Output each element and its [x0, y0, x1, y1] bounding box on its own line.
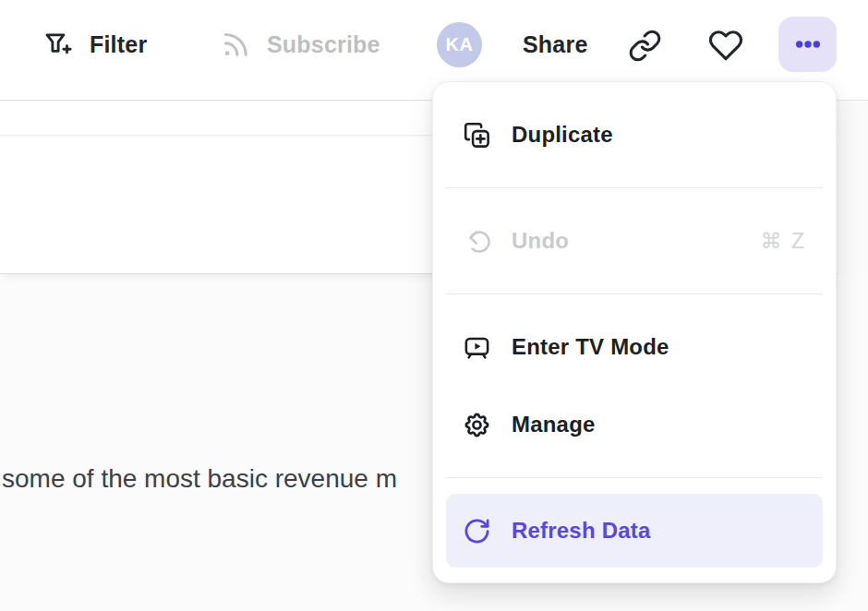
copy-link-button[interactable]	[626, 27, 663, 64]
menu-item-undo[interactable]: Undo ⌘ Z	[446, 214, 823, 268]
favorite-button[interactable]	[707, 27, 744, 64]
subscribe-button[interactable]: Subscribe	[220, 21, 380, 67]
refresh-icon	[463, 517, 491, 545]
menu-item-label: Enter TV Mode	[512, 334, 669, 360]
filter-button[interactable]: Filter	[42, 21, 147, 67]
undo-icon	[463, 227, 491, 256]
share-label: Share	[523, 31, 587, 58]
menu-item-label: Manage	[512, 412, 596, 437]
filter-plus-icon	[42, 29, 74, 60]
menu-section: Enter TV Mode Manage	[446, 294, 823, 478]
menu-section: Duplicate	[446, 82, 823, 188]
link-icon	[628, 29, 662, 63]
more-actions-menu: Duplicate Undo ⌘ Z Enter TV M	[432, 81, 837, 583]
menu-item-duplicate[interactable]: Duplicate	[446, 108, 823, 162]
menu-item-refresh-data[interactable]: Refresh Data	[446, 494, 823, 568]
menu-item-label: Duplicate	[512, 122, 613, 148]
ellipsis-icon	[792, 29, 824, 60]
filter-label: Filter	[90, 31, 147, 58]
keyboard-shortcut: ⌘ Z	[761, 229, 806, 254]
more-button[interactable]	[778, 17, 837, 72]
menu-item-label: Undo	[512, 228, 569, 254]
dashboard-text-fragment: some of the most basic revenue m	[2, 464, 397, 494]
avatar[interactable]: KA	[437, 22, 482, 67]
tv-icon	[463, 333, 491, 362]
menu-item-label: Refresh Data	[512, 518, 650, 544]
menu-item-enter-tv-mode[interactable]: Enter TV Mode	[446, 320, 823, 374]
menu-section: Refresh Data	[446, 478, 823, 583]
duplicate-icon	[463, 121, 491, 150]
gear-icon	[463, 411, 491, 439]
menu-section: Undo ⌘ Z	[446, 188, 823, 294]
subscribe-label: Subscribe	[267, 31, 380, 58]
menu-item-manage[interactable]: Manage	[446, 398, 823, 451]
heart-icon	[708, 28, 743, 63]
share-button[interactable]: Share	[523, 21, 587, 67]
rss-icon	[220, 29, 251, 60]
avatar-initials: KA	[446, 34, 474, 55]
